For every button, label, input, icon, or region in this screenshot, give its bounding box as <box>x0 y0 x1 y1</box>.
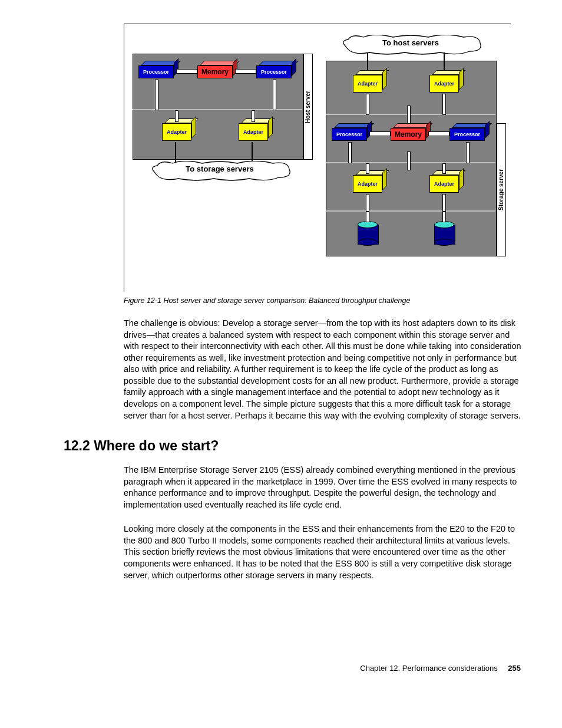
host-processor-right: Processor <box>256 65 292 78</box>
host-conn <box>176 69 197 74</box>
storage-bus <box>326 114 495 115</box>
storage-adapter-top-left: Adapter <box>353 75 382 93</box>
to-hosts-cloud: To host servers <box>340 35 481 55</box>
diagram: Processor Memory Processor Adapter <box>129 34 506 287</box>
processor-label: Processor <box>256 65 292 78</box>
cloud-label: To storage servers <box>186 164 253 173</box>
disk-icon <box>434 221 454 245</box>
host-vertical-label: Host server <box>303 54 313 160</box>
adapter-label: Adapter <box>162 123 191 141</box>
processor-label: Processor <box>332 128 367 141</box>
storage-bus <box>326 210 495 212</box>
drop <box>407 151 411 170</box>
drop <box>466 142 470 163</box>
paragraph-2: The IBM Enterprise Storage Server 2105 (… <box>124 465 527 510</box>
page-number: 255 <box>508 664 521 673</box>
storage-conn <box>369 131 391 136</box>
drop <box>366 194 369 212</box>
storage-adapter-bot-right: Adapter <box>429 175 459 193</box>
drop <box>442 212 446 222</box>
adapter-label: Adapter <box>429 75 459 93</box>
host-processor-left: Processor <box>138 65 174 78</box>
host-conn <box>235 69 256 74</box>
to-storage-cloud: To storage servers <box>149 161 290 181</box>
drop <box>442 94 446 115</box>
drop <box>442 163 446 174</box>
host-memory: Memory <box>197 65 233 78</box>
drop <box>155 80 158 110</box>
host-adapter-right: Adapter <box>239 123 268 141</box>
drop <box>348 142 352 163</box>
processor-label: Processor <box>449 128 485 141</box>
processor-label: Processor <box>138 65 174 78</box>
figure-12-1: Processor Memory Processor Adapter <box>124 24 511 292</box>
drop <box>252 110 255 122</box>
drop <box>273 80 276 110</box>
paragraph-1: The challenge is obvious: Develop a stor… <box>124 318 527 421</box>
page-footer: Chapter 12. Performance considerations 2… <box>35 664 527 673</box>
drop <box>366 212 369 222</box>
paragraph-3: Looking more closely at the components i… <box>124 523 527 581</box>
storage-conn <box>428 131 449 136</box>
disk-icon <box>358 221 378 245</box>
storage-processor-left: Processor <box>332 128 367 141</box>
memory-label: Memory <box>391 128 426 141</box>
chapter-ref: Chapter 12. Performance considerations <box>360 664 497 673</box>
storage-memory: Memory <box>391 128 426 141</box>
line <box>367 52 371 70</box>
storage-vertical-label: Storage server <box>497 123 506 256</box>
storage-adapter-top-right: Adapter <box>429 75 459 93</box>
section-heading: 12.2 Where do we start? <box>64 438 527 454</box>
drop <box>442 194 446 212</box>
drop <box>407 106 411 124</box>
adapter-label: Adapter <box>353 175 382 193</box>
adapter-down-line <box>175 142 179 162</box>
cloud-label: To host servers <box>382 38 439 47</box>
page: Processor Memory Processor Adapter <box>0 0 562 690</box>
memory-label: Memory <box>197 65 233 78</box>
drop <box>366 163 369 174</box>
drop <box>366 94 369 115</box>
adapter-label: Adapter <box>429 175 459 193</box>
host-adapter-left: Adapter <box>162 123 191 141</box>
adapter-down-line <box>252 142 256 162</box>
storage-adapter-bot-left: Adapter <box>353 175 382 193</box>
adapter-label: Adapter <box>239 123 268 141</box>
line <box>444 52 448 70</box>
drop <box>175 110 178 122</box>
figure-caption: Figure 12-1 Host server and storage serv… <box>124 297 527 305</box>
adapter-label: Adapter <box>353 75 382 93</box>
storage-processor-right: Processor <box>449 128 485 141</box>
